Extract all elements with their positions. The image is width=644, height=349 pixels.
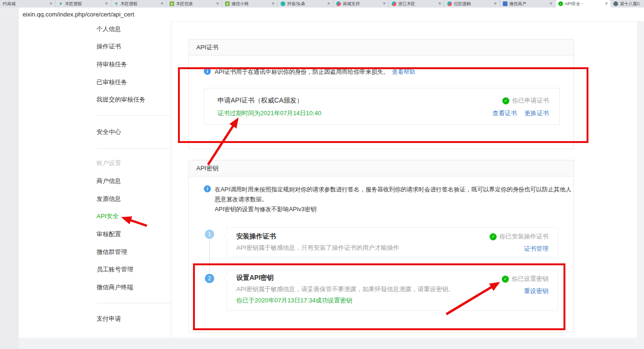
tab-close-icon[interactable]: × bbox=[105, 1, 108, 6]
replace-cert-link[interactable]: 更换证书 bbox=[524, 109, 549, 118]
browser-url-bar[interactable]: eixin.qq.com/index.php/core/cert/api_cer… bbox=[19, 8, 641, 22]
step-1-title: 安装操作证书 bbox=[236, 232, 276, 241]
tab-label: 抖音/头条 bbox=[287, 1, 325, 7]
browser-tab-strip: 约商城 × ▼ 木匠授权 × ▼ 木匠授权 × B 木匠信息 × B 微信小程 … bbox=[0, 0, 644, 8]
tab-close-icon[interactable]: × bbox=[327, 1, 330, 6]
shop-favicon-icon bbox=[336, 1, 341, 6]
sidebar-item-staff-accounts[interactable]: 员工账号管理 bbox=[97, 265, 133, 274]
browser-tab[interactable]: 社区团购 × bbox=[444, 0, 500, 8]
b-badge-favicon-icon: B bbox=[169, 1, 174, 6]
step-2-success-text: 你已于2020年07月13日17:34成功设置密钥 bbox=[236, 296, 352, 305]
step-2-status-text: 你已设置密钥 bbox=[512, 275, 548, 283]
browser-tab[interactable]: ▼ 木匠授权 × bbox=[56, 0, 111, 8]
sidebar-item-merchant-terminal[interactable]: 微信商户终端 bbox=[97, 283, 133, 292]
vue-favicon-icon: ▼ bbox=[114, 1, 119, 6]
sidebar-item-merchant-info[interactable]: 商户信息 bbox=[97, 177, 121, 185]
url-text[interactable]: eixin.qq.com/index.php/core/cert/api_cer… bbox=[23, 11, 134, 18]
tab-label: 浙江木匠 bbox=[398, 1, 436, 7]
check-circle-icon: ✓ bbox=[502, 97, 509, 104]
tab-label: 木匠授权 bbox=[65, 1, 103, 7]
tab-label: 木匠授权 bbox=[121, 1, 159, 7]
sidebar-item-review-config[interactable]: 审核配置 bbox=[97, 230, 121, 238]
tab-close-icon[interactable]: × bbox=[272, 1, 274, 6]
tab-close-icon[interactable]: × bbox=[161, 1, 163, 6]
browser-tab[interactable]: B 木匠信息 × bbox=[167, 0, 222, 8]
sidebar-divider bbox=[97, 115, 170, 116]
vue-favicon-icon: ▼ bbox=[58, 1, 63, 6]
sidebar-item-operation-cert[interactable]: 操作证书 bbox=[97, 42, 121, 51]
browser-tab-active[interactable]: ✓ API安全 - × bbox=[555, 0, 611, 8]
sidebar-item-invoice-info[interactable]: 发票信息 bbox=[97, 195, 121, 203]
browser-tab[interactable]: 第十八届C × bbox=[611, 0, 644, 8]
tab-close-icon[interactable]: × bbox=[49, 1, 52, 6]
tab-label: 木匠信息 bbox=[176, 1, 214, 7]
api-key-info: i 在API调用时用来按照指定规则对你的请求参数进行签名，服务器收到你的请求时会… bbox=[204, 185, 572, 214]
api-key-panel: API密钥 i 在API调用时用来按照指定规则对你的请求参数进行签名，服务器收到… bbox=[188, 160, 574, 333]
sidebar-item-payment-apply[interactable]: 支付申请 bbox=[97, 315, 121, 323]
step-1-install-cert-card: 安装操作证书 API密钥属于敏感信息，只有安装了操作证书的用户才能操作 ✓ 你已… bbox=[226, 227, 558, 257]
cert-expiry-text: 证书过期时间为2021年07月14日10:40 bbox=[217, 109, 321, 118]
api-cert-info-text: API证书用于在通讯中标识你的身份，防止因盗用而给你带来损失。 bbox=[215, 69, 389, 75]
browser-tab[interactable]: 商城支持 × bbox=[333, 0, 389, 8]
tab-label: 约商城 bbox=[3, 1, 48, 7]
green-check-favicon-icon: ✓ bbox=[558, 1, 563, 6]
browser-tab[interactable]: 抖音/头条 × bbox=[278, 0, 333, 8]
sidebar: 个人信息 操作证书 待审核任务 已审核任务 我提交的审核任务 安全中心 账户设置… bbox=[19, 21, 171, 338]
check-circle-icon: ✓ bbox=[502, 276, 509, 283]
check-circle-icon: ✓ bbox=[490, 233, 497, 240]
reset-key-link[interactable]: 重设密钥 bbox=[524, 287, 548, 294]
browser-tab[interactable]: 约商城 × bbox=[0, 0, 56, 8]
api-cert-panel: API证书 i API证书用于在通讯中标识你的身份，防止因盗用而给你带来损失。查… bbox=[188, 39, 574, 149]
browser-tab[interactable]: 浙江木匠 × bbox=[389, 0, 444, 8]
browser-tab[interactable]: 微信商户 × bbox=[500, 0, 555, 8]
sidebar-item-api-security[interactable]: API安全 bbox=[97, 212, 119, 221]
api-key-panel-title: API密钥 bbox=[189, 160, 573, 176]
info-icon: i bbox=[204, 185, 211, 192]
step-2-set-api-key-card: 设置API密钥 API密钥属于敏感信息，请妥善保管不要泄露，如果怀疑信息泄露，请… bbox=[226, 270, 558, 311]
sidebar-group-account-settings: 账户设置 bbox=[97, 159, 121, 167]
tab-close-icon[interactable]: × bbox=[383, 1, 386, 6]
cert-manage-link[interactable]: 证书管理 bbox=[524, 245, 548, 252]
sidebar-item-reviewed-tasks[interactable]: 已审核任务 bbox=[97, 78, 127, 87]
sidebar-item-pending-tasks[interactable]: 待审核任务 bbox=[97, 60, 127, 69]
sidebar-divider bbox=[97, 148, 170, 149]
person-favicon-icon bbox=[281, 1, 285, 6]
view-cert-link[interactable]: 查看证书 bbox=[492, 109, 517, 118]
cert-status-text: 你已申请证书 bbox=[512, 96, 549, 105]
sidebar-item-wechat-groups[interactable]: 微信群管理 bbox=[97, 248, 127, 256]
browser-tab[interactable]: B 微信小程 × bbox=[222, 0, 278, 8]
step-2-title: 设置API密钥 bbox=[236, 274, 274, 282]
tab-close-icon[interactable]: × bbox=[549, 1, 552, 6]
tab-label: 微信小程 bbox=[232, 1, 270, 7]
api-key-info-line2: 恶意篡改请求数据。 bbox=[215, 196, 268, 203]
step-1-status-text: 你已安装操作证书 bbox=[499, 232, 548, 241]
tab-close-icon[interactable]: × bbox=[605, 1, 608, 6]
step-2-desc: API密钥属于敏感信息，请妥善保管不要泄露，如果怀疑信息泄露，请重设密钥。 bbox=[236, 285, 454, 293]
api-cert-panel-title: API证书 bbox=[189, 40, 573, 56]
cert-card-title: 申请API证书（权威CA颁发） bbox=[217, 96, 321, 105]
window-right-gutter bbox=[637, 21, 644, 349]
tab-close-icon[interactable]: × bbox=[494, 1, 497, 6]
shop-favicon-icon bbox=[447, 1, 452, 6]
sidebar-item-personal-info[interactable]: 个人信息 bbox=[97, 25, 121, 33]
api-key-info-line1: 在API调用时用来按照指定规则对你的请求参数进行签名，服务器收到你的请求时会进行… bbox=[215, 186, 572, 193]
tab-label: 第十八届C bbox=[620, 1, 644, 7]
step-connector-line bbox=[209, 240, 210, 273]
step-1-desc: API密钥属于敏感信息，只有安装了操作证书的用户才能操作 bbox=[236, 244, 399, 252]
tab-close-icon[interactable]: × bbox=[438, 1, 441, 6]
tab-label: 社区团购 bbox=[454, 1, 492, 7]
info-icon: i bbox=[204, 68, 211, 75]
tab-label: 微信商户 bbox=[509, 1, 547, 7]
page-bottom-band bbox=[19, 338, 637, 349]
tab-label: API安全 - bbox=[565, 1, 603, 7]
sidebar-item-security-center[interactable]: 安全中心 bbox=[97, 128, 121, 136]
tab-label: 商城支持 bbox=[343, 1, 381, 7]
api-cert-card: 申请API证书（权威CA颁发） 证书过期时间为2021年07月14日10:40 … bbox=[204, 88, 560, 125]
api-cert-info: i API证书用于在通讯中标识你的身份，防止因盗用而给你带来损失。查看帮助 bbox=[204, 67, 415, 77]
browser-tab[interactable]: ▼ 木匠授权 × bbox=[111, 0, 167, 8]
step-2-number-badge: 2 bbox=[205, 274, 214, 283]
sidebar-item-my-submitted[interactable]: 我提交的审核任务 bbox=[97, 95, 145, 104]
tab-close-icon[interactable]: × bbox=[216, 1, 219, 6]
step-1-number-badge: 1 bbox=[205, 230, 214, 239]
view-help-link[interactable]: 查看帮助 bbox=[392, 69, 415, 75]
